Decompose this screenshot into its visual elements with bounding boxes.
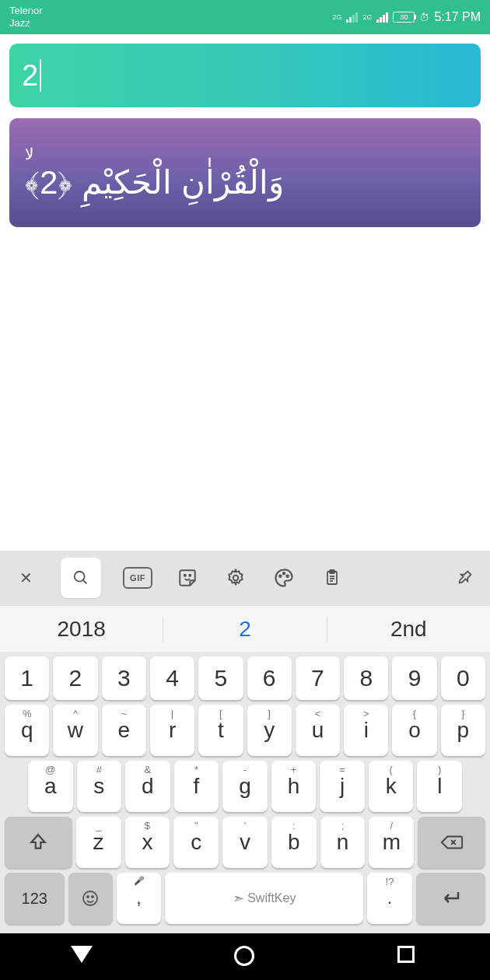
svg-point-15 bbox=[83, 891, 97, 905]
asdf-row: @a#s&d*f-g+h=j(k)l bbox=[5, 761, 485, 812]
key-v[interactable]: 'v bbox=[222, 817, 268, 868]
suggestion-bar: 2018 2 2nd bbox=[0, 605, 490, 652]
key-a[interactable]: @a bbox=[28, 761, 73, 812]
recent-button[interactable] bbox=[397, 946, 419, 968]
back-button[interactable] bbox=[71, 946, 93, 968]
close-icon[interactable]: ✕ bbox=[12, 565, 39, 591]
key-m[interactable]: /m bbox=[369, 817, 414, 868]
svg-point-17 bbox=[92, 896, 93, 898]
key-w[interactable]: ^w bbox=[53, 705, 97, 756]
shift-key[interactable] bbox=[5, 817, 72, 868]
svg-point-7 bbox=[287, 576, 289, 577]
svg-point-3 bbox=[189, 575, 191, 576]
verse-mark: لا bbox=[25, 145, 33, 163]
qwerty-row: %q^w~e|r[t]y<u>i{o}p bbox=[5, 705, 485, 756]
signal-icon-1 bbox=[346, 12, 358, 23]
backspace-key[interactable] bbox=[418, 817, 485, 868]
svg-line-1 bbox=[83, 580, 87, 584]
clipboard-icon[interactable] bbox=[319, 565, 345, 591]
key-q[interactable]: %q bbox=[5, 705, 49, 756]
suggestion-3[interactable]: 2nd bbox=[327, 617, 490, 642]
svg-point-4 bbox=[233, 576, 239, 581]
key-b[interactable]: :b bbox=[271, 817, 317, 868]
status-right: 2G 2G 80 ⏱ 5:17 PM bbox=[332, 10, 481, 24]
number-row: 1234567890 bbox=[5, 656, 485, 700]
key-d[interactable]: &d bbox=[125, 761, 170, 812]
key-4[interactable]: 4 bbox=[150, 656, 194, 700]
carrier-2: Jazz bbox=[9, 17, 43, 30]
svg-point-16 bbox=[87, 896, 89, 898]
verse-text: وَالْقُرْاٰنِ الْحَكِيْمِ ﴿2﴾ bbox=[25, 163, 284, 201]
search-input-card[interactable]: 2 bbox=[9, 44, 481, 107]
gif-button[interactable]: GIF bbox=[123, 567, 152, 589]
suggestion-1[interactable]: 2018 bbox=[0, 617, 163, 642]
key-3[interactable]: 3 bbox=[102, 656, 146, 700]
key-p[interactable]: }p bbox=[441, 705, 485, 756]
key-e[interactable]: ~e bbox=[102, 705, 146, 756]
enter-key[interactable] bbox=[416, 873, 485, 924]
emoji-key[interactable] bbox=[68, 873, 113, 924]
svg-point-2 bbox=[184, 575, 186, 576]
gear-icon[interactable] bbox=[222, 565, 249, 591]
key-8[interactable]: 8 bbox=[344, 656, 388, 700]
key-i[interactable]: >i bbox=[344, 705, 388, 756]
key-u[interactable]: <u bbox=[296, 705, 340, 756]
svg-point-5 bbox=[279, 576, 281, 577]
carrier-info: Telenor Jazz bbox=[9, 5, 43, 29]
key-1[interactable]: 1 bbox=[5, 656, 49, 700]
network-label-2: 2G bbox=[362, 13, 372, 21]
navigation-bar bbox=[0, 933, 490, 980]
battery-icon: 80 bbox=[393, 12, 415, 23]
key-s[interactable]: #s bbox=[77, 761, 122, 812]
carrier-1: Telenor bbox=[9, 5, 43, 17]
key-j[interactable]: =j bbox=[320, 761, 365, 812]
clock-time: 5:17 PM bbox=[434, 10, 481, 24]
key-n[interactable]: ;n bbox=[320, 817, 366, 868]
key-g[interactable]: -g bbox=[222, 761, 268, 812]
zxcv-row: _z$x"c'v:b;n/m bbox=[5, 817, 485, 868]
key-7[interactable]: 7 bbox=[296, 656, 340, 700]
key-o[interactable]: {o bbox=[392, 705, 436, 756]
switch-123-key[interactable]: 123 bbox=[5, 873, 65, 924]
home-button[interactable] bbox=[234, 946, 256, 968]
key-0[interactable]: 0 bbox=[441, 656, 485, 700]
keyboard-toolbar: ✕ GIF bbox=[0, 551, 490, 605]
search-icon[interactable] bbox=[61, 558, 101, 598]
key-x[interactable]: $x bbox=[125, 817, 170, 868]
key-r[interactable]: |r bbox=[150, 705, 194, 756]
search-value: 2 bbox=[22, 59, 38, 93]
network-label-1: 2G bbox=[332, 13, 341, 21]
period-key[interactable]: !?. bbox=[367, 873, 411, 924]
verse-result-card[interactable]: لا وَالْقُرْاٰنِ الْحَكِيْمِ ﴿2﴾ bbox=[9, 118, 481, 227]
key-y[interactable]: ]y bbox=[247, 705, 292, 756]
pin-icon[interactable] bbox=[451, 565, 478, 591]
key-h[interactable]: +h bbox=[271, 761, 317, 812]
keyboard: ✕ GIF 2018 2 2nd 1234567890 %q^w~e|r[t]y… bbox=[0, 551, 490, 933]
key-6[interactable]: 6 bbox=[247, 656, 292, 700]
key-k[interactable]: (k bbox=[369, 761, 414, 812]
comma-key[interactable]: 🎤, bbox=[117, 873, 161, 924]
key-l[interactable]: )l bbox=[417, 761, 462, 812]
sticker-icon[interactable] bbox=[174, 565, 201, 591]
svg-point-6 bbox=[283, 572, 285, 574]
key-9[interactable]: 9 bbox=[392, 656, 436, 700]
key-z[interactable]: _z bbox=[76, 817, 121, 868]
key-2[interactable]: 2 bbox=[53, 656, 97, 700]
text-cursor bbox=[40, 59, 41, 92]
key-t[interactable]: [t bbox=[198, 705, 243, 756]
svg-point-0 bbox=[75, 572, 85, 582]
bottom-row: 123 🎤, ➣SwiftKey !?. bbox=[5, 873, 485, 924]
status-bar: Telenor Jazz 2G 2G 80 ⏱ 5:17 PM bbox=[0, 0, 490, 34]
suggestion-2[interactable]: 2 bbox=[163, 617, 327, 642]
palette-icon[interactable] bbox=[271, 565, 297, 591]
key-5[interactable]: 5 bbox=[198, 656, 243, 700]
signal-icon-2 bbox=[376, 12, 388, 23]
alarm-icon: ⏱ bbox=[419, 12, 429, 23]
key-c[interactable]: "c bbox=[173, 817, 219, 868]
space-key[interactable]: ➣SwiftKey bbox=[165, 873, 363, 924]
key-f[interactable]: *f bbox=[174, 761, 219, 812]
